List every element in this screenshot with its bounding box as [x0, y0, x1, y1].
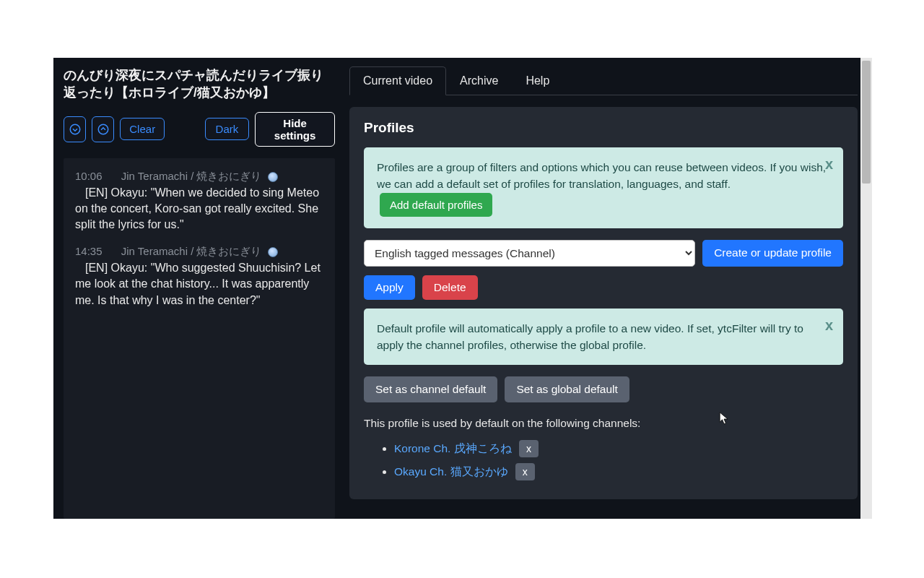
- channel-link[interactable]: Okayu Ch. 猫又おかゆ: [394, 465, 508, 478]
- channel-link[interactable]: Korone Ch. 戌神ころね: [394, 442, 512, 454]
- apply-button[interactable]: Apply: [364, 275, 415, 300]
- tab-help[interactable]: Help: [512, 66, 563, 95]
- scroll-down-button[interactable]: [64, 116, 86, 142]
- create-update-profile-button[interactable]: Create or update profile: [702, 240, 843, 267]
- profiles-intro-alert: x Profiles are a group of filters and op…: [364, 147, 843, 228]
- member-badge-icon: [268, 172, 278, 182]
- list-item: Korone Ch. 戌神ころね x: [394, 440, 843, 457]
- scroll-up-button[interactable]: [92, 116, 114, 142]
- chat-messages[interactable]: 10:06 Jin Teramachi / 焼きおにぎり [EN] Okayu:…: [64, 158, 335, 519]
- tab-archive[interactable]: Archive: [446, 66, 512, 95]
- clear-button[interactable]: Clear: [120, 118, 165, 140]
- set-global-default-button[interactable]: Set as global default: [505, 376, 629, 402]
- message-author: Jin Teramachi / 焼きおにぎり: [121, 245, 262, 257]
- profiles-panel: Profiles x Profiles are a group of filte…: [349, 107, 858, 499]
- message-body: [EN] Okayu: "Who suggested Shuuchisin? L…: [75, 260, 323, 309]
- default-profile-alert: x Default profile will automatically app…: [364, 309, 843, 366]
- member-badge-icon: [268, 247, 278, 257]
- close-icon[interactable]: x: [825, 156, 833, 173]
- remove-channel-button[interactable]: x: [515, 463, 535, 480]
- set-channel-default-button[interactable]: Set as channel default: [364, 376, 497, 402]
- chat-message: 14:35 Jin Teramachi / 焼きおにぎり [EN] Okayu:…: [75, 243, 323, 309]
- chevron-down-circle-icon: [69, 123, 82, 136]
- default-channel-list: Korone Ch. 戌神ころね x Okayu Ch. 猫又おかゆ x: [364, 440, 843, 480]
- message-author: Jin Teramachi / 焼きおにぎり: [121, 170, 262, 182]
- delete-button[interactable]: Delete: [422, 275, 478, 300]
- profile-used-text: This profile is used by default on the f…: [364, 417, 843, 430]
- message-time: 10:06: [75, 170, 103, 182]
- message-body: [EN] Okayu: "When we decided to sing Met…: [75, 185, 323, 233]
- chat-message: 10:06 Jin Teramachi / 焼きおにぎり [EN] Okayu:…: [75, 168, 323, 233]
- profile-select[interactable]: English tagged messages (Channel): [364, 240, 695, 267]
- page-scrollbar[interactable]: [860, 58, 872, 519]
- default-profile-text: Default profile will automatically apply…: [377, 322, 803, 351]
- list-item: Okayu Ch. 猫又おかゆ x: [394, 463, 843, 480]
- settings-tabs: Current video Archive Help: [349, 66, 858, 95]
- video-title: のんびり深夜にスパチャ読んだりライブ振り返ったり【ホロライブ/猫又おかゆ】: [64, 66, 335, 102]
- scrollbar-thumb[interactable]: [862, 61, 871, 184]
- message-time: 14:35: [75, 245, 103, 257]
- left-toolbar: Clear Dark Hide settings: [64, 112, 335, 147]
- profiles-heading: Profiles: [364, 120, 843, 136]
- chevron-up-circle-icon: [97, 123, 110, 136]
- add-default-profiles-button[interactable]: Add default profiles: [380, 193, 492, 217]
- close-icon[interactable]: x: [825, 317, 833, 334]
- remove-channel-button[interactable]: x: [519, 440, 539, 457]
- hide-settings-button[interactable]: Hide settings: [255, 112, 335, 147]
- svg-point-0: [70, 124, 80, 134]
- tab-current-video[interactable]: Current video: [349, 66, 446, 95]
- dark-mode-button[interactable]: Dark: [205, 118, 250, 140]
- profiles-intro-text: Profiles are a group of filters and opti…: [377, 161, 826, 190]
- svg-point-1: [98, 124, 108, 134]
